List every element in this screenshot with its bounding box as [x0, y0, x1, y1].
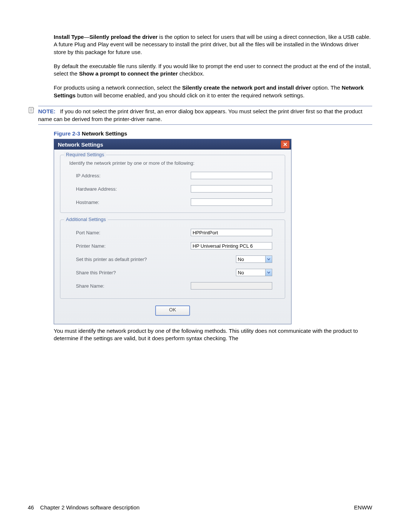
figure-title: Network Settings — [80, 130, 127, 137]
share-printer-select[interactable]: No — [236, 269, 272, 276]
paragraph-network-option: For products using a network connection,… — [54, 84, 372, 99]
paragraph-after-figure: You must identify the network product by… — [54, 327, 372, 342]
required-legend: Required Settings — [64, 152, 106, 157]
dialog-title: Network Settings — [58, 141, 103, 148]
page-footer: 46 Chapter 2 Windows software descriptio… — [28, 504, 372, 511]
paragraph-default-exec: By default the executable file runs sile… — [54, 63, 372, 78]
hostname-input[interactable] — [191, 198, 272, 206]
text-show-prompt: Show a prompt to connect the printer — [79, 70, 178, 77]
required-settings-group: Required Settings Identify the network p… — [60, 155, 285, 213]
chevron-down-icon — [265, 269, 272, 276]
note-body: NOTE: If you do not select the print dri… — [38, 106, 372, 125]
hardware-address-input[interactable] — [191, 185, 272, 193]
text-dash: — — [84, 34, 89, 40]
ok-button[interactable]: OK — [155, 305, 190, 316]
text-p3a: For products using a network connection,… — [54, 84, 182, 91]
text-silently-preload: Silently preload the driver — [89, 34, 157, 40]
port-name-label: Port Name: — [69, 230, 191, 235]
close-icon — [283, 142, 287, 147]
chevron-down-icon — [265, 256, 272, 262]
ip-address-label: IP Address: — [69, 173, 191, 178]
page-number: 46 — [28, 504, 34, 511]
paragraph-install-type: Install Type—Silently preload the driver… — [54, 33, 372, 56]
note-icon — [28, 107, 35, 115]
hostname-label: Hostname: — [69, 200, 191, 205]
share-printer-label: Share this Printer? — [69, 270, 236, 275]
note-text: If you do not select the print driver fi… — [38, 108, 362, 122]
additional-legend: Additional Settings — [64, 217, 108, 222]
default-printer-select[interactable]: No — [236, 255, 272, 263]
printer-name-label: Printer Name: — [69, 243, 191, 249]
network-settings-dialog: Network Settings Required Settings Ident… — [54, 139, 291, 324]
default-printer-value: No — [238, 257, 244, 262]
footer-right: ENWW — [354, 504, 372, 511]
share-printer-value: No — [238, 270, 244, 275]
text-p3c: option. The — [311, 84, 341, 91]
text-silently-create: Silently create the network port and ins… — [182, 84, 311, 91]
dialog-titlebar: Network Settings — [54, 139, 291, 150]
note-label: NOTE: — [38, 108, 56, 114]
default-printer-label: Set this printer as default printer? — [69, 257, 236, 262]
figure-caption: Figure 2-3 Network Settings — [54, 130, 372, 137]
required-intro: Identify the network printer by one or m… — [69, 160, 279, 166]
text-install-type: Install Type — [54, 34, 84, 40]
ip-address-input[interactable] — [191, 172, 272, 179]
port-name-input[interactable] — [191, 229, 272, 236]
additional-settings-group: Additional Settings Port Name: Printer N… — [60, 220, 285, 299]
close-button[interactable] — [281, 140, 290, 148]
hardware-address-label: Hardware Address: — [69, 186, 191, 192]
note-block: NOTE: If you do not select the print dri… — [28, 106, 372, 125]
share-name-input — [191, 282, 272, 290]
share-name-label: Share Name: — [69, 283, 191, 289]
chapter-label: Chapter 2 Windows software description — [40, 504, 139, 511]
printer-name-input[interactable] — [191, 242, 272, 250]
figure-number: Figure 2-3 — [54, 130, 80, 137]
text-p2c: checkbox. — [178, 70, 204, 77]
text-p3e: button will become enabled, and you shou… — [76, 92, 304, 98]
